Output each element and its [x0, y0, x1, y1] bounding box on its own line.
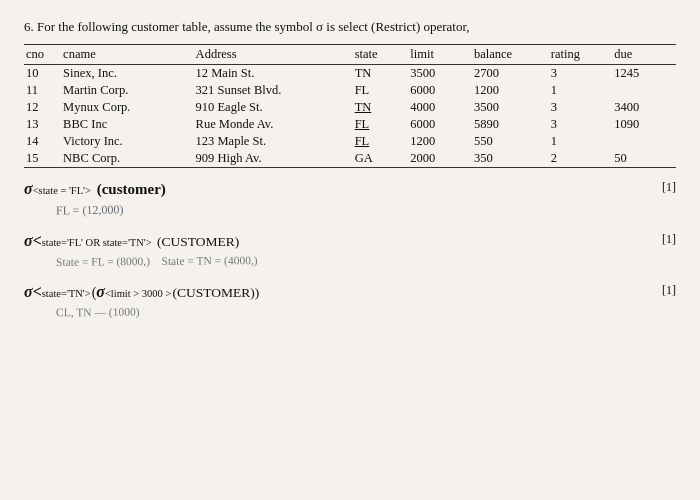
expression-3: σ< state='TN'> ( σ <limit > 3000 > (CUST… [24, 283, 676, 301]
table-row: 11 Martin Corp. 321 Sunset Blvd. FL 6000… [24, 82, 676, 99]
cell-cno: 11 [24, 82, 61, 99]
table-row: 14 Victory Inc. 123 Maple St. FL 1200 55… [24, 133, 676, 150]
cell-cname: BBC Inc [61, 116, 194, 133]
cell-due [612, 82, 676, 99]
cell-address: 910 Eagle St. [194, 99, 353, 116]
question-text: For the following customer table, assume… [37, 19, 470, 34]
th-balance: balance [472, 45, 549, 65]
cell-balance: 550 [472, 133, 549, 150]
table-row: 10 Sinex, Inc. 12 Main St. TN 3500 2700 … [24, 65, 676, 83]
expression-1: σ <state = 'FL'> (customer) [1] [24, 180, 676, 198]
th-rating: rating [549, 45, 613, 65]
th-cname: cname [61, 45, 194, 65]
cell-limit: 2000 [408, 150, 472, 168]
expression-3-block: σ< state='TN'> ( σ <limit > 3000 > (CUST… [24, 283, 676, 320]
cell-rating: 1 [549, 133, 613, 150]
cell-balance: 3500 [472, 99, 549, 116]
cell-cname: Sinex, Inc. [61, 65, 194, 83]
cell-balance: 2700 [472, 65, 549, 83]
main-expr-3: (CUSTOMER)) [172, 285, 259, 301]
sigma-2: σ< [24, 232, 42, 250]
cell-limit: 6000 [408, 82, 472, 99]
sigma-1: σ [24, 180, 33, 198]
cell-limit: 4000 [408, 99, 472, 116]
expression-2: σ< state='FL' OR state='TN'> (CUSTOMER) … [24, 232, 676, 250]
question-header: 6. For the following customer table, ass… [24, 18, 676, 36]
page: 6. For the following customer table, ass… [0, 0, 700, 500]
main-expr-2: (CUSTOMER) [154, 234, 240, 250]
sigma-3a: σ< [24, 283, 42, 301]
mark-3: [1] [662, 283, 676, 298]
th-cno: cno [24, 45, 61, 65]
cell-limit: 6000 [408, 116, 472, 133]
th-due: due [612, 45, 676, 65]
cell-address: 123 Maple St. [194, 133, 353, 150]
subscript-3b: <limit > 3000 > [105, 288, 171, 299]
mark-2: [1] [662, 232, 676, 247]
cell-state: TN [353, 99, 409, 116]
cell-address: 909 High Av. [194, 150, 353, 168]
cell-due: 50 [612, 150, 676, 168]
subscript-2: state='FL' OR state='TN'> [42, 237, 152, 248]
cell-due: 1245 [612, 65, 676, 83]
cell-balance: 5890 [472, 116, 549, 133]
cell-due: 3400 [612, 99, 676, 116]
cell-cname: Victory Inc. [61, 133, 194, 150]
th-state: state [353, 45, 409, 65]
cell-cno: 12 [24, 99, 61, 116]
cell-due: 1090 [612, 116, 676, 133]
cell-rating: 1 [549, 82, 613, 99]
expression-1-block: σ <state = 'FL'> (customer) [1] FL = (12… [24, 180, 676, 218]
table-row: 13 BBC Inc Rue Monde Av. FL 6000 5890 3 … [24, 116, 676, 133]
th-address: Address [194, 45, 353, 65]
handwriting-3: CL, TN — (1000) [24, 304, 676, 320]
cell-cno: 10 [24, 65, 61, 83]
th-limit: limit [408, 45, 472, 65]
table-row: 12 Mynux Corp. 910 Eagle St. TN 4000 350… [24, 99, 676, 116]
cell-address: Rue Monde Av. [194, 116, 353, 133]
cell-cname: NBC Corp. [61, 150, 194, 168]
expression-2-block: σ< state='FL' OR state='TN'> (CUSTOMER) … [24, 232, 676, 269]
handwriting-2: State = FL = (8000,) State = TN = (4000,… [24, 253, 676, 269]
cell-cname: Mynux Corp. [61, 99, 194, 116]
cell-address: 12 Main St. [194, 65, 353, 83]
cell-cno: 14 [24, 133, 61, 150]
cell-state: FL [353, 82, 409, 99]
subscript-3a: state='TN'> [42, 288, 91, 299]
cell-rating: 3 [549, 99, 613, 116]
main-expr-1: (customer) [93, 181, 166, 198]
cell-address: 321 Sunset Blvd. [194, 82, 353, 99]
cell-balance: 350 [472, 150, 549, 168]
handwriting-1: FL = (12,000) [24, 201, 676, 218]
subscript-1: <state = 'FL'> [33, 185, 91, 196]
cell-cname: Martin Corp. [61, 82, 194, 99]
cell-limit: 3500 [408, 65, 472, 83]
cell-balance: 1200 [472, 82, 549, 99]
cell-state: FL [353, 116, 409, 133]
cell-limit: 1200 [408, 133, 472, 150]
cell-rating: 3 [549, 65, 613, 83]
cell-rating: 3 [549, 116, 613, 133]
question-number: 6. [24, 19, 34, 34]
cell-rating: 2 [549, 150, 613, 168]
cell-state: FL [353, 133, 409, 150]
cell-due [612, 133, 676, 150]
cell-state: GA [353, 150, 409, 168]
cell-state: TN [353, 65, 409, 83]
mark-1: [1] [662, 180, 676, 195]
customer-table: cno cname Address state limit balance ra… [24, 44, 676, 168]
cell-cno: 15 [24, 150, 61, 168]
sigma-3b: σ [96, 283, 105, 301]
table-row: 15 NBC Corp. 909 High Av. GA 2000 350 2 … [24, 150, 676, 168]
cell-cno: 13 [24, 116, 61, 133]
